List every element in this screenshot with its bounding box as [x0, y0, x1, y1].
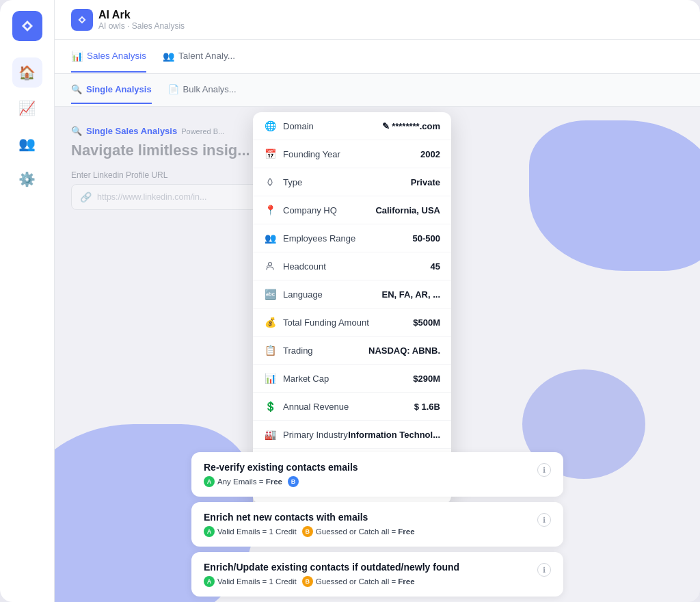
sidebar-item-contacts[interactable]: 👥	[12, 129, 42, 159]
bulk-tab-label: Bulk Analys...	[183, 84, 237, 94]
tab-talent-analysis[interactable]: 👥 Talent Analy...	[163, 41, 235, 73]
analytics-icon: 📈	[18, 100, 36, 116]
badge-valid-emails-2: A Valid Emails = 1 Credit	[204, 576, 297, 587]
powered-by: Powered B...	[181, 127, 224, 135]
badge-b-orange-2: B	[302, 576, 313, 587]
tab-talent-label: Talent Analy...	[178, 51, 235, 61]
single-tab-icon: 🔍	[71, 84, 82, 94]
market-cap-value: $290M	[413, 374, 440, 384]
enrich-new-badges: A Valid Emails = 1 Credit B Guessed or C…	[204, 526, 537, 537]
brand-title: AI Ark	[98, 9, 185, 21]
info-row-language: 🔤 Language EN, FA, AR, ...	[253, 280, 451, 309]
tabs-bar: 📊 Sales Analysis 👥 Talent Analy...	[55, 40, 700, 74]
company-hq-label: Company HQ	[283, 205, 337, 215]
enrich-update-title: Enrich/Update existing contacts if outda…	[204, 562, 537, 573]
re-verify-title: Re-verify existing contacts emails	[204, 462, 537, 473]
sidebar-item-analytics[interactable]: 📈	[12, 93, 42, 123]
badge-b-orange: B	[302, 526, 313, 537]
employees-range-label: Employees Range	[283, 233, 355, 244]
bottom-cards: Re-verify existing contacts emails A Any…	[55, 452, 700, 602]
info-row-company-hq: 📍 Company HQ California, USA	[253, 196, 451, 224]
header-logo	[71, 9, 93, 31]
total-funding-value: $500M	[413, 317, 440, 328]
badge-a-valid-2: A	[204, 576, 215, 587]
enrich-new-title: Enrich net new contacts with emails	[204, 512, 537, 523]
language-icon: 🔤	[264, 288, 276, 300]
sub-tabs-bar: 🔍 Single Analysis 📄 Bulk Analys...	[55, 74, 700, 107]
app-logo[interactable]	[12, 11, 42, 41]
page-label-text: Single Sales Analysis	[86, 126, 177, 136]
badge-guessed-text: Guessed or Catch all = Free	[316, 527, 415, 536]
annual-revenue-label: Annual Revenue	[283, 402, 349, 412]
headcount-icon	[264, 260, 276, 272]
badge-a-valid: A	[204, 526, 215, 537]
founding-year-label: Founding Year	[283, 149, 340, 159]
app-container: 🏠 📈 👥 ⚙️	[0, 0, 700, 602]
sidebar: 🏠 📈 👥 ⚙️	[0, 0, 55, 602]
sub-tab-bulk[interactable]: 📄 Bulk Analys...	[168, 76, 237, 104]
card-re-verify[interactable]: Re-verify existing contacts emails A Any…	[191, 452, 563, 497]
enrich-new-info-btn[interactable]: ℹ	[537, 513, 551, 527]
language-value: EN, FA, AR, ...	[382, 289, 440, 300]
badge-valid-text-2: Valid Emails = 1 Credit	[217, 577, 297, 586]
total-funding-icon: 💰	[264, 316, 276, 328]
info-row-market-cap: 📊 Market Cap $290M	[253, 365, 451, 393]
home-icon: 🏠	[18, 64, 36, 81]
header-brand: AI Ark AI owls · Sales Analysis	[71, 9, 185, 31]
sidebar-item-home[interactable]: 🏠	[12, 57, 42, 88]
employees-range-icon: 👥	[264, 232, 276, 244]
info-row-total-funding: 💰 Total Funding Amount $500M	[253, 309, 451, 337]
tab-sales-analysis[interactable]: 📊 Sales Analysis	[71, 41, 146, 73]
re-verify-badges: A Any Emails = Free B	[204, 476, 537, 487]
domain-value: ✎ ********.com	[382, 121, 440, 131]
card-enrich-new[interactable]: Enrich net new contacts with emails A Va…	[191, 502, 563, 547]
domain-icon: 🌐	[264, 120, 276, 132]
linkedin-input-field[interactable]: 🔗 https://www.linkedin.com/in...	[71, 184, 276, 210]
founding-year-value: 2002	[420, 149, 440, 159]
tab-sales-label: Sales Analysis	[87, 51, 146, 61]
single-tab-label: Single Analysis	[86, 84, 152, 94]
primary-industry-icon: 🏭	[264, 428, 276, 441]
single-sales-icon: 🔍	[71, 126, 82, 136]
re-verify-info-btn[interactable]: ℹ	[537, 463, 551, 477]
company-hq-value: California, USA	[375, 205, 440, 215]
badge-b-circle: B	[288, 476, 299, 487]
company-hq-icon: 📍	[264, 204, 276, 216]
info-row-domain: 🌐 Domain ✎ ********.com	[253, 112, 451, 140]
linkedin-placeholder: https://www.linkedin.com/in...	[97, 192, 206, 202]
main-content: AI Ark AI owls · Sales Analysis 📊 Sales …	[55, 0, 700, 602]
info-row-annual-revenue: 💲 Annual Revenue $ 1.6B	[253, 393, 451, 421]
sidebar-nav: 🏠 📈 👥 ⚙️	[12, 57, 42, 194]
badge-any-emails: A Any Emails = Free	[204, 476, 282, 487]
annual-revenue-value: $ 1.6B	[414, 402, 440, 412]
trading-icon: 📋	[264, 344, 276, 356]
headcount-label: Headcount	[283, 261, 326, 272]
primary-industry-value: Information Technol...	[348, 430, 440, 440]
info-row-founding-year: 📅 Founding Year 2002	[253, 140, 451, 168]
headcount-value: 45	[431, 261, 440, 272]
card-enrich-update[interactable]: Enrich/Update existing contacts if outda…	[191, 552, 563, 597]
market-cap-label: Market Cap	[283, 374, 329, 384]
talent-analysis-icon: 👥	[163, 51, 174, 62]
founding-year-icon: 📅	[264, 148, 276, 160]
badge-guessed-text-2: Guessed or Catch all = Free	[316, 577, 415, 586]
settings-icon: ⚙️	[18, 171, 36, 187]
badge-a-green: A	[204, 476, 215, 487]
badge-b-blue: B	[288, 476, 299, 487]
info-row-type: Type Private	[253, 168, 451, 196]
info-row-headcount: Headcount 45	[253, 252, 451, 280]
linkedin-icon: 🔗	[80, 192, 92, 202]
badge-any-emails-text: Any Emails = Free	[217, 477, 282, 486]
badge-valid-text: Valid Emails = 1 Credit	[217, 527, 297, 536]
sidebar-item-settings[interactable]: ⚙️	[12, 164, 42, 194]
info-row-primary-industry: 🏭 Primary Industry Information Technol..…	[253, 421, 451, 449]
type-value: Private	[411, 177, 440, 187]
trading-value: NASDAQ: ABNB.	[368, 345, 440, 356]
enrich-update-badges: A Valid Emails = 1 Credit B Guessed or C…	[204, 576, 537, 587]
badge-guessed: B Guessed or Catch all = Free	[302, 526, 415, 537]
svg-point-1	[269, 263, 272, 266]
annual-revenue-icon: 💲	[264, 400, 276, 413]
sub-tab-single[interactable]: 🔍 Single Analysis	[71, 76, 152, 104]
badge-guessed-2: B Guessed or Catch all = Free	[302, 576, 415, 587]
enrich-update-info-btn[interactable]: ℹ	[537, 563, 551, 577]
